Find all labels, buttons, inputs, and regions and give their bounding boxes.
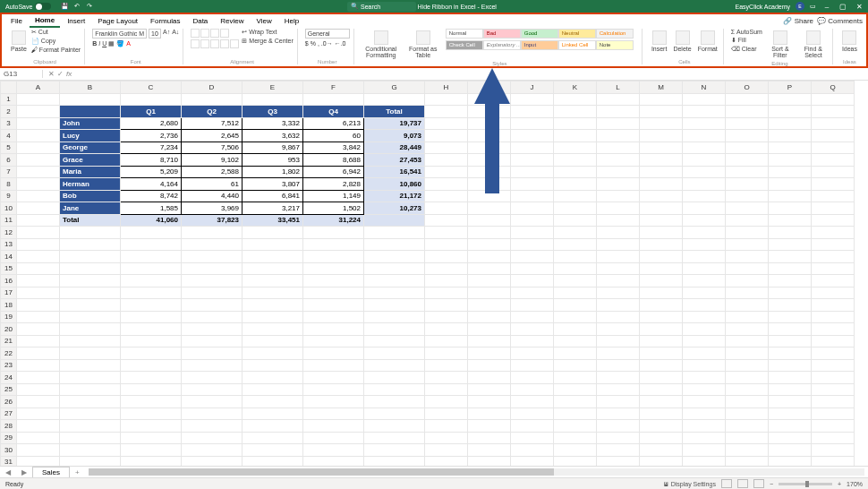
decrease-font-icon[interactable]: A↓ <box>172 29 179 39</box>
cell-B7[interactable]: Maria <box>60 166 121 178</box>
cell-I21[interactable] <box>468 335 511 347</box>
cell-A13[interactable] <box>17 238 60 251</box>
display-settings-button[interactable]: 🖥 Display Settings <box>663 481 716 487</box>
cell-M4[interactable] <box>640 130 683 142</box>
cell-D2[interactable]: Q2 <box>182 106 243 118</box>
cell-E25[interactable] <box>243 383 303 396</box>
font-color-icon[interactable]: A <box>126 40 131 47</box>
cell-N20[interactable] <box>683 323 726 336</box>
tab-file[interactable]: File <box>5 15 28 27</box>
cell-Q6[interactable] <box>812 154 855 167</box>
cell-G11[interactable] <box>364 214 425 227</box>
cell-P26[interactable] <box>769 396 812 408</box>
cell-N2[interactable] <box>683 106 726 118</box>
cell-E9[interactable]: 6,841 <box>243 190 303 202</box>
cell-O20[interactable] <box>726 323 769 336</box>
cell-K17[interactable] <box>554 287 597 299</box>
cell-N3[interactable] <box>683 117 726 130</box>
cell-N17[interactable] <box>683 287 726 299</box>
cell-O17[interactable] <box>726 287 769 299</box>
column-header-L[interactable]: L <box>597 82 640 94</box>
cell-E21[interactable] <box>243 335 303 347</box>
cell-F15[interactable] <box>303 262 364 275</box>
italic-button[interactable]: I <box>98 40 100 47</box>
cell-N28[interactable] <box>683 420 726 433</box>
cell-C30[interactable] <box>121 444 182 457</box>
cell-I10[interactable] <box>468 202 511 215</box>
cell-F3[interactable]: 6,213 <box>303 117 364 130</box>
cell-D13[interactable] <box>182 238 243 251</box>
cell-M11[interactable] <box>640 214 683 227</box>
row-header-26[interactable]: 26 <box>1 396 17 408</box>
column-header-D[interactable]: D <box>182 82 243 94</box>
cell-L2[interactable] <box>597 106 640 118</box>
cell-N22[interactable] <box>683 347 726 360</box>
cell-O15[interactable] <box>726 262 769 275</box>
cell-F1[interactable] <box>303 93 364 106</box>
cell-F24[interactable] <box>303 372 364 384</box>
font-name-combo[interactable]: Franklin Gothic M <box>92 29 147 39</box>
style-bad[interactable]: Bad <box>483 29 521 39</box>
cell-P5[interactable] <box>769 142 812 154</box>
ideas-button[interactable]: Ideas <box>840 29 859 54</box>
cell-K11[interactable] <box>554 214 597 227</box>
cell-H8[interactable] <box>425 178 468 191</box>
conditional-formatting-button[interactable]: Conditional Formatting <box>362 29 401 60</box>
cell-O1[interactable] <box>726 93 769 106</box>
cell-M13[interactable] <box>640 238 683 251</box>
cell-M9[interactable] <box>640 190 683 202</box>
cell-J15[interactable] <box>511 262 554 275</box>
cell-O13[interactable] <box>726 238 769 251</box>
style-good[interactable]: Good <box>521 29 558 39</box>
cell-O28[interactable] <box>726 420 769 433</box>
cell-F4[interactable]: 60 <box>303 130 364 142</box>
row-header-19[interactable]: 19 <box>1 311 17 323</box>
cell-K15[interactable] <box>554 262 597 275</box>
row-header-16[interactable]: 16 <box>1 275 17 287</box>
cell-N25[interactable] <box>683 383 726 396</box>
cell-B22[interactable] <box>60 347 121 360</box>
cell-L10[interactable] <box>597 202 640 215</box>
cell-M12[interactable] <box>640 227 683 239</box>
cell-I27[interactable] <box>468 408 511 420</box>
cell-H24[interactable] <box>425 372 468 384</box>
cell-N5[interactable] <box>683 142 726 154</box>
cell-A15[interactable] <box>17 262 60 275</box>
cell-N24[interactable] <box>683 372 726 384</box>
cell-E22[interactable] <box>243 347 303 360</box>
percent-format-icon[interactable]: % <box>311 40 316 47</box>
cell-K30[interactable] <box>554 444 597 457</box>
row-header-11[interactable]: 11 <box>1 214 17 227</box>
cell-O23[interactable] <box>726 359 769 372</box>
cell-N31[interactable] <box>683 456 726 466</box>
cell-I23[interactable] <box>468 359 511 372</box>
save-icon[interactable]: 💾 <box>60 2 69 11</box>
cell-F6[interactable]: 8,688 <box>303 154 364 167</box>
cell-J10[interactable] <box>511 202 554 215</box>
cell-L21[interactable] <box>597 335 640 347</box>
cell-E28[interactable] <box>243 420 303 433</box>
cell-B6[interactable]: Grace <box>60 154 121 167</box>
cell-D16[interactable] <box>182 275 243 287</box>
normal-view-icon[interactable] <box>721 479 732 488</box>
cell-Q4[interactable] <box>812 130 855 142</box>
cell-L13[interactable] <box>597 238 640 251</box>
sort-filter-button[interactable]: Sort & Filter <box>765 29 796 60</box>
cell-K22[interactable] <box>554 347 597 360</box>
cell-N26[interactable] <box>683 396 726 408</box>
cell-O18[interactable] <box>726 299 769 312</box>
tab-formulas[interactable]: Formulas <box>145 15 185 27</box>
page-break-view-icon[interactable] <box>753 479 764 488</box>
cell-B14[interactable] <box>60 251 121 263</box>
zoom-out-button[interactable]: − <box>770 481 773 487</box>
cell-L23[interactable] <box>597 359 640 372</box>
cell-D12[interactable] <box>182 227 243 239</box>
cell-E23[interactable] <box>243 359 303 372</box>
style-normal[interactable]: Normal <box>446 29 483 39</box>
cell-E6[interactable]: 953 <box>243 154 303 167</box>
tab-review[interactable]: Review <box>215 15 249 27</box>
cell-E20[interactable] <box>243 323 303 336</box>
column-header-C[interactable]: C <box>121 82 182 94</box>
cell-E1[interactable] <box>243 93 303 106</box>
cell-F27[interactable] <box>303 408 364 420</box>
